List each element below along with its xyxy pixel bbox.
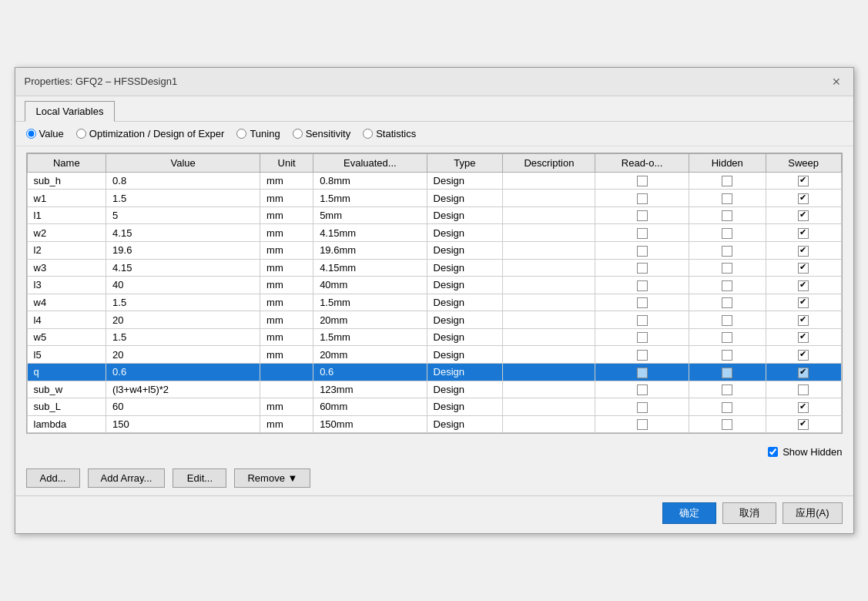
tab-bar: Local Variables <box>15 96 853 122</box>
col-header-evaluated: Evaluated... <box>313 153 427 172</box>
table-row[interactable]: w34.15mm4.15mmDesign <box>27 259 841 277</box>
table-row[interactable]: l15mm5mmDesign <box>27 206 841 224</box>
table-row[interactable]: w41.5mm1.5mmDesign <box>27 294 841 311</box>
radio-optimization[interactable]: Optimization / Design of Exper <box>76 128 225 139</box>
remove-button[interactable]: Remove ▼ <box>234 468 310 488</box>
col-header-sweep: Sweep <box>766 153 841 172</box>
col-header-hidden: Hidden <box>689 153 766 172</box>
table-row[interactable]: l520mm20mmDesign <box>27 346 841 364</box>
show-hidden-option[interactable]: Show Hidden <box>768 446 842 458</box>
table-row[interactable]: w24.15mm4.15mmDesign <box>27 224 841 242</box>
table-header-row: Name Value Unit Evaluated... Type Descri… <box>27 153 841 172</box>
col-header-unit: Unit <box>260 153 313 172</box>
radio-statistics[interactable]: Statistics <box>363 128 416 139</box>
cancel-button[interactable]: 取消 <box>722 502 776 524</box>
table-row[interactable]: w51.5mm1.5mmDesign <box>27 328 841 346</box>
show-hidden-checkbox[interactable] <box>768 447 778 457</box>
col-header-readonly: Read-o... <box>595 153 689 172</box>
action-buttons: Add... Add Array... Edit... Remove ▼ <box>15 464 853 495</box>
tab-local-variables[interactable]: Local Variables <box>25 101 116 122</box>
radio-tuning[interactable]: Tuning <box>236 128 280 139</box>
footer-row: Show Hidden <box>15 440 853 464</box>
radio-sensitivity[interactable]: Sensitivity <box>293 128 351 139</box>
add-array-button[interactable]: Add Array... <box>88 468 166 488</box>
col-header-description: Description <box>503 153 595 172</box>
table-row[interactable]: lambda150mm150mmDesign <box>27 415 841 433</box>
table-row[interactable]: l340mm40mmDesign <box>27 277 841 294</box>
ok-button[interactable]: 确定 <box>662 502 716 524</box>
table-row[interactable]: sub_h0.8mm0.8mmDesign <box>27 172 841 190</box>
col-header-type: Type <box>427 153 503 172</box>
table-row[interactable]: q0.60.6Design <box>27 363 841 381</box>
dialog-buttons: 确定 取消 应用(A) <box>15 495 853 533</box>
window-title: Properties: GFQ2 – HFSSDesign1 <box>25 76 178 87</box>
close-button[interactable]: ✕ <box>829 74 844 89</box>
radio-bar: Value Optimization / Design of Exper Tun… <box>15 122 853 146</box>
main-dialog: Properties: GFQ2 – HFSSDesign1 ✕ Local V… <box>15 67 854 534</box>
table-row[interactable]: w11.5mm1.5mmDesign <box>27 190 841 207</box>
table-row[interactable]: sub_L60mm60mmDesign <box>27 398 841 416</box>
table-row[interactable]: l420mm20mmDesign <box>27 311 841 329</box>
add-button[interactable]: Add... <box>26 468 80 488</box>
col-header-value: Value <box>106 153 260 172</box>
table-row[interactable]: sub_w(l3+w4+l5)*2123mmDesign <box>27 381 841 398</box>
apply-button[interactable]: 应用(A) <box>783 502 842 524</box>
edit-button[interactable]: Edit... <box>173 468 226 488</box>
col-header-name: Name <box>27 153 106 172</box>
show-hidden-label: Show Hidden <box>783 446 842 458</box>
table-row[interactable]: l219.6mm19.6mmDesign <box>27 242 841 260</box>
radio-value[interactable]: Value <box>26 128 64 139</box>
variables-table-container: Name Value Unit Evaluated... Type Descri… <box>26 153 843 434</box>
title-bar: Properties: GFQ2 – HFSSDesign1 ✕ <box>15 68 853 96</box>
variables-table: Name Value Unit Evaluated... Type Descri… <box>27 153 842 433</box>
